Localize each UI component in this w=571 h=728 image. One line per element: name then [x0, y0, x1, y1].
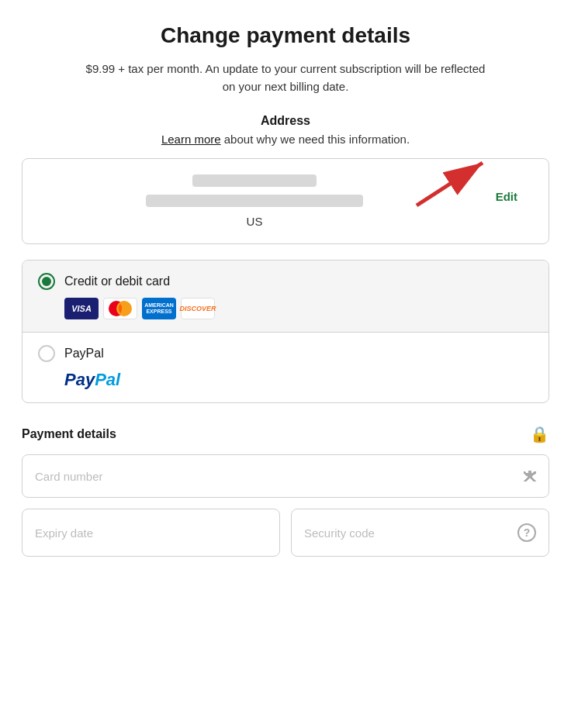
expiry-date-field[interactable]: Expiry date: [22, 509, 280, 557]
security-code-field[interactable]: Security code ?: [291, 509, 549, 557]
card-option-header: Credit or debit card: [38, 273, 533, 290]
page-container: Change payment details $9.99 + tax per m…: [22, 23, 549, 568]
edit-button[interactable]: Edit: [496, 190, 517, 203]
address-card-inner: US Edit: [38, 174, 533, 228]
address-line-1-blur: [192, 174, 317, 187]
edit-arrow-icon: [409, 155, 502, 209]
paypal-logo: PayPal: [64, 370, 533, 390]
learn-more-line: Learn more about why we need this inform…: [161, 133, 410, 146]
address-line-2-blur: [146, 195, 363, 207]
payment-details-header: Payment details 🔒: [22, 425, 549, 443]
expiry-date-placeholder: Expiry date: [35, 526, 93, 540]
amex-icon: AMERICANEXPRESS: [142, 298, 176, 319]
paypal-option-header: PayPal: [38, 345, 533, 362]
expiry-security-row: Expiry date Security code ?: [22, 509, 549, 557]
discover-icon: DISCOVER: [181, 298, 215, 319]
paypal-option-label: PayPal: [64, 347, 104, 361]
payment-option-paypal[interactable]: PayPal PayPal: [22, 332, 549, 402]
address-section-label: Address: [261, 114, 310, 128]
payment-options-container: Credit or debit card VISA AMERICANEXPRES…: [22, 260, 549, 403]
learn-more-link[interactable]: Learn more: [161, 133, 221, 146]
payment-option-card[interactable]: Credit or debit card VISA AMERICANEXPRES…: [22, 260, 549, 332]
mastercard-icon: [103, 298, 137, 319]
address-country: US: [38, 215, 471, 228]
help-icon[interactable]: ?: [517, 523, 536, 542]
card-icon: 🞲: [524, 469, 536, 483]
security-code-placeholder: Security code: [304, 526, 375, 540]
page-title: Change payment details: [161, 23, 410, 48]
svg-line-1: [417, 163, 483, 205]
card-radio-button[interactable]: [38, 273, 55, 290]
lock-icon: 🔒: [530, 425, 549, 443]
address-card: US Edit: [22, 158, 549, 244]
card-radio-inner: [42, 277, 51, 286]
card-option-label: Credit or debit card: [64, 274, 170, 288]
card-number-placeholder: Card number: [35, 470, 103, 483]
paypal-radio-button[interactable]: [38, 345, 55, 362]
paypal-logo-pal: Pal: [95, 370, 120, 389]
page-subtitle: $9.99 + tax per month. An update to your…: [84, 60, 487, 95]
visa-icon: VISA: [64, 298, 99, 319]
card-number-field[interactable]: Card number 🞲: [22, 454, 549, 498]
payment-details-label: Payment details: [22, 427, 116, 441]
paypal-logo-pay: Pay: [64, 370, 95, 389]
card-icons: VISA AMERICANEXPRESS DISCOVER: [64, 298, 533, 319]
